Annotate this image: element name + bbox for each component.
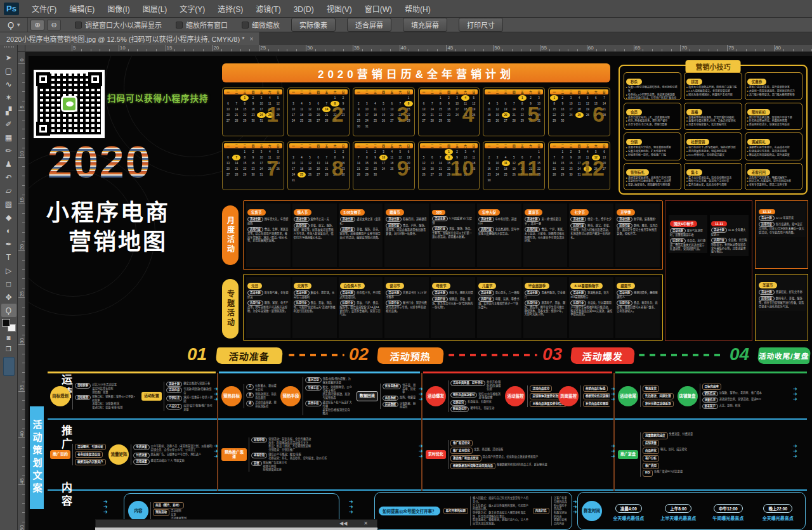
calendar-day: 5 <box>584 95 592 101</box>
ruler-number: 35 <box>354 45 360 51</box>
foreground-color-swatch[interactable] <box>2 319 10 326</box>
document-canvas[interactable]: 扫码可以获得小程序扶持 2020 小程序电商 营销地图 2020营销日历&全年营… <box>25 52 812 530</box>
qr-code <box>34 70 105 138</box>
hand-tool[interactable]: ✥ <box>1 290 16 304</box>
options-button[interactable]: 实际像素 <box>291 18 336 32</box>
menu-item[interactable]: 文件(F) <box>25 3 63 16</box>
menu-item[interactable]: 窗口(W) <box>358 3 398 16</box>
calendar-day: 17 <box>257 107 265 112</box>
brush-tool[interactable]: ✏ <box>1 144 16 157</box>
ruler-number: 15 <box>167 45 173 51</box>
branch-line: 列举数字式：数字总是容易让人感觉更有真实性，并且带动清晰记忆事实。 <box>473 511 530 518</box>
calendar-day: 8 <box>436 101 445 107</box>
zoom-out-button[interactable]: ⊖ <box>47 20 61 30</box>
calendar-day: 23 <box>371 166 379 172</box>
options-button[interactable]: 打印尺寸 <box>459 18 503 32</box>
weekday-label: 三 <box>308 90 311 94</box>
quick-mask-icon[interactable]: ◙ <box>1 332 16 343</box>
branch-pill: 社群运营 <box>450 400 466 405</box>
theme-tag: 活动主题 <box>617 290 632 295</box>
close-icon[interactable]: × <box>249 36 253 42</box>
mini-window-bar[interactable]: ◀◀ ✕ <box>95 519 377 527</box>
weekday-label: 四 <box>447 90 450 94</box>
branch-line: 紧跟社会热点的内容 <box>554 518 568 525</box>
calendar-day: 20 <box>502 112 510 118</box>
event-card: 七夕节活动主题情定一生，牵手七夕适用行业鲜花、珠宝、美妆、生鲜等，为恋人们推出浪… <box>569 204 613 267</box>
dodge-tool[interactable]: ◐ <box>1 224 16 237</box>
crop-tool[interactable]: ▞ <box>1 104 16 117</box>
ruler-corner <box>18 45 25 52</box>
checkbox-icon[interactable] <box>242 22 249 29</box>
calendar-day: 28 <box>232 118 240 124</box>
checkbox-icon[interactable] <box>176 22 183 29</box>
zoom-tool[interactable]: Ϙ <box>1 304 16 317</box>
pen-tool[interactable]: ✒ <box>1 237 16 250</box>
marquee-tool[interactable]: ▢ <box>1 64 16 77</box>
ruler-tick <box>22 522 25 522</box>
option-checkbox[interactable]: 调整窗口大小以满屏显示 <box>75 20 162 30</box>
collapse-icon[interactable]: ◀◀ <box>339 520 347 526</box>
mindmap-branch: 邀请推广利益点优化迎合用户的需求点，优化利益点激发更多新用户 <box>450 455 547 462</box>
tool-preset-picker[interactable]: Ϙ ▼ <box>0 18 28 32</box>
menu-item[interactable]: 视图(V) <box>320 3 358 16</box>
ruler-tick <box>615 49 615 51</box>
menu-item[interactable]: 滤镜(T) <box>249 3 287 16</box>
mindmap-branches: 免费流量公众号粉丝、社群人员（老带新裂变计划、派发福利）店铺会员、合作伙伴公众号… <box>131 444 213 464</box>
industry-tag: 适用行业 <box>386 301 402 306</box>
ruler-number: 40 <box>19 430 25 438</box>
mindmap-branches: 活动曝光、引流拉新老客裂变促活召回唤醒活动内沉默用户 <box>72 444 105 465</box>
menu-item[interactable]: 3D(D) <box>287 3 320 16</box>
type-tool[interactable]: T <box>1 250 16 264</box>
menu-item[interactable]: 编辑(E) <box>63 3 101 16</box>
weekday-label: 六 <box>594 90 598 94</box>
blur-tool[interactable]: ◆ <box>1 210 16 224</box>
event-industry: 适用行业旅游电子、美妆、服饰、酒店等，刚毕业学生党可做主题促销季，青春文案：惜别… <box>525 301 566 317</box>
menu-item[interactable]: 帮助(H) <box>398 3 437 16</box>
palette-grip[interactable] <box>4 46 14 49</box>
zoom-in-button[interactable]: ⊕ <box>30 20 44 30</box>
path-select-tool[interactable]: ▷ <box>1 264 16 277</box>
ruler-tick <box>119 45 119 51</box>
menu-item[interactable]: 图层(L) <box>136 3 174 16</box>
healing-brush-tool[interactable]: ▦ <box>1 131 16 144</box>
clone-stamp-tool[interactable]: ♟ <box>1 157 16 171</box>
event-theme: 活动主题年中有好货，迎战618 <box>478 217 520 226</box>
menu-item[interactable]: 图像(I) <box>101 3 136 16</box>
document-tab[interactable]: 2020小程序电商营销地图.jpg @ 12.5% (扫码可以获得小程序扶持, … <box>0 32 260 45</box>
branch-line: 各推广渠道ROI对比复盘 <box>654 470 683 474</box>
calendar-empty-cell <box>379 95 388 101</box>
option-checkbox[interactable]: 缩放所有窗口 <box>176 20 228 30</box>
event-industry: 适用行业保健品、美妆、服饰、家务生活可以来一份“给妈妈的一份礼物”。 <box>432 297 474 309</box>
options-button[interactable]: 适合屏幕 <box>347 18 391 32</box>
mindmap-node: 目标规划目标拆解对比2019年活动结果设定同比增长指标预估推广预算目标规划销售目… <box>50 383 138 409</box>
eraser-tool[interactable]: ▱ <box>1 184 16 197</box>
ruler-tick <box>530 49 531 51</box>
weekday-label: 日 <box>603 144 606 148</box>
calendar-day: 8 <box>518 101 527 107</box>
weekday-label: 四 <box>252 90 255 94</box>
calendar-day: 1 <box>363 149 371 155</box>
lasso-tool[interactable]: ∿ <box>1 77 16 91</box>
menu-item[interactable]: 文字(Y) <box>173 3 211 16</box>
branch-line: 朋友圈广告投放大号 <box>263 461 287 465</box>
move-tool[interactable]: ➤ <box>1 51 16 64</box>
color-swatches[interactable] <box>2 319 16 332</box>
calendar-day: 23 <box>249 166 257 172</box>
screen-mode-icon[interactable]: ❒ <box>1 343 16 354</box>
options-button[interactable]: 填充屏幕 <box>403 18 447 32</box>
eyedropper-tool[interactable]: ✐ <box>1 117 16 131</box>
ruler-tick <box>512 49 513 51</box>
history-brush-tool[interactable]: ↶ <box>1 171 16 184</box>
close-icon[interactable]: ✕ <box>363 520 368 526</box>
menu-item[interactable]: 选择(S) <box>211 3 249 16</box>
calendar-day: 27 <box>224 172 232 178</box>
branch-lines: 图文、短视频种草，公众号推文预告朋友圈/社群剧透，发放专属预热券 <box>323 385 353 400</box>
option-checkbox[interactable]: 细微缩放 <box>242 20 280 30</box>
checkbox-icon[interactable] <box>75 22 82 29</box>
weekday-label: 三 <box>570 144 573 148</box>
mindmap-node: 数据回流优惠券数据领券量、用券率、转化率商品数据加购、收藏量店铺数据访客数据、粉… <box>357 384 417 409</box>
magic-wand-tool[interactable]: ✶ <box>1 91 16 104</box>
gradient-tool[interactable]: ▧ <box>1 197 16 210</box>
calendar-day: 19 <box>420 166 428 172</box>
shape-tool[interactable]: □ <box>1 277 16 290</box>
